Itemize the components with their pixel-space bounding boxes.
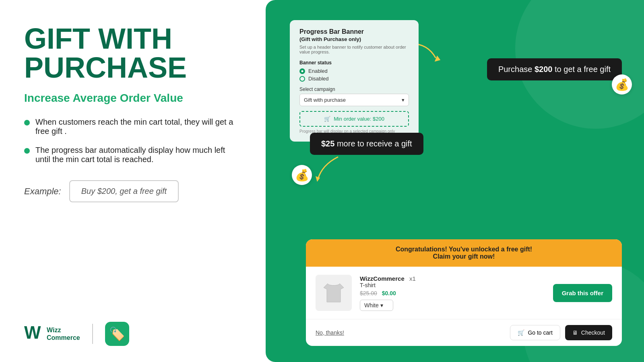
radio-disabled-circle	[299, 76, 305, 82]
original-price: $25.00	[360, 290, 377, 296]
cart-icon: 🛒	[518, 329, 524, 336]
banner-card: Progress Bar Banner (Gift with Purchase …	[290, 20, 419, 142]
tshirt-svg	[320, 279, 348, 307]
variant-select: White ▾	[360, 300, 545, 311]
product-name: T-shirt	[360, 282, 545, 288]
chevron-down-icon: ▾	[402, 97, 405, 103]
list-item: The progress bar automatically display h…	[24, 146, 242, 164]
left-panel: GIFT WITH PURCHASE Increase Average Orde…	[0, 0, 266, 362]
wizzcommerce-logo: W Wizz Commerce	[24, 324, 80, 344]
radio-disabled[interactable]: Disabled	[299, 76, 409, 82]
congrats-footer: No, thanks! 🛒 Go to cart 🖥 Checkout	[306, 319, 622, 346]
grab-offer-button[interactable]: Grab this offer	[553, 284, 612, 302]
bullet-dot	[24, 148, 30, 154]
select-campaign-label: Select campaign	[299, 86, 409, 92]
gift-tag-icon: 🏷️	[105, 322, 129, 346]
sale-price: $0.00	[382, 290, 396, 296]
purchase-banner: Purchase $200 to get a free gift	[487, 58, 622, 80]
right-panel: Progress Bar Banner (Gift with Purchase …	[266, 0, 644, 362]
example-label: Example:	[24, 186, 61, 197]
footer-actions: 🛒 Go to cart 🖥 Checkout	[510, 325, 612, 340]
left-content: GIFT WITH PURCHASE Increase Average Orde…	[24, 24, 242, 202]
congrats-header: Congratulations! You've unlocked a free …	[306, 239, 622, 267]
money-bag-icon-1: 💰	[612, 74, 632, 95]
checkout-button[interactable]: 🖥 Checkout	[565, 325, 612, 340]
progress-bar-preview: 🛒 Min order value: $200	[299, 111, 409, 127]
main-title: GIFT WITH PURCHASE	[24, 24, 242, 82]
no-thanks-link[interactable]: No, thanks!	[316, 329, 344, 336]
campaign-select[interactable]: Gift with purchase ▾	[299, 94, 409, 106]
svg-marker-2	[316, 176, 320, 182]
bullet-dot	[24, 120, 30, 125]
cart-icon: 🛒	[324, 116, 330, 122]
subtitle: Increase Average Order Value	[24, 92, 242, 105]
example-box: Buy $200, get a free gift	[69, 180, 179, 202]
logos-section: W Wizz Commerce 🏷️	[24, 322, 242, 346]
radio-group: Enabled Disabled	[299, 68, 409, 82]
product-price: $25.00 $0.00	[360, 290, 545, 296]
banner-desc: Set up a header banner to notify custome…	[299, 45, 409, 54]
go-to-cart-button[interactable]: 🛒 Go to cart	[510, 325, 560, 340]
bullet-list: When customers reach the min cart total,…	[24, 117, 242, 164]
list-item: When customers reach the min cart total,…	[24, 117, 242, 136]
banner-subtitle: (Gift with Purchase only)	[299, 36, 409, 42]
logo-text: Wizz Commerce	[47, 326, 80, 341]
radio-enabled-circle	[299, 68, 305, 74]
banner-title: Progress Bar Banner	[299, 28, 409, 35]
status-label: Banner status	[299, 60, 409, 66]
example-section: Example: Buy $200, get a free gift	[24, 180, 242, 202]
svg-text:W: W	[24, 324, 41, 340]
product-info: WizzCommerce x1 T-shirt $25.00 $0.00 Whi…	[360, 275, 545, 311]
product-image	[316, 275, 352, 311]
card-icon: 🖥	[572, 329, 578, 336]
product-brand: WizzCommerce x1	[360, 275, 545, 282]
logo-divider	[92, 324, 93, 344]
congrats-body: WizzCommerce x1 T-shirt $25.00 $0.00 Whi…	[306, 267, 622, 319]
arrow-icon-2	[310, 153, 342, 185]
variant-dropdown[interactable]: White ▾	[360, 300, 393, 311]
more-banner: $25 more to receive a gift	[310, 133, 423, 155]
chevron-down-icon: ▾	[380, 302, 383, 309]
congrats-card: Congratulations! You've unlocked a free …	[306, 239, 622, 346]
money-bag-icon-2: 💰	[292, 165, 312, 185]
radio-enabled[interactable]: Enabled	[299, 68, 409, 74]
w-logo-icon: W	[24, 324, 43, 344]
